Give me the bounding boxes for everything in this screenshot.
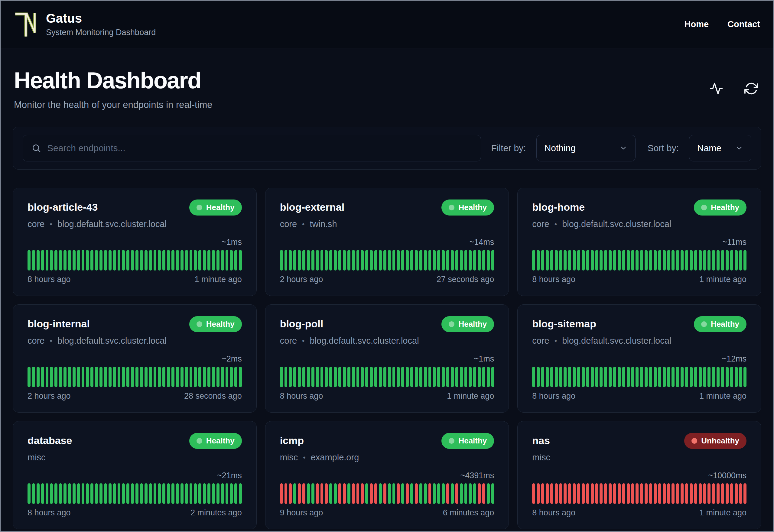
status-bar[interactable] [82,483,85,504]
status-bar[interactable] [685,367,688,387]
status-bar[interactable] [356,250,359,271]
status-bar[interactable] [712,483,715,504]
status-bar[interactable] [550,250,553,271]
status-bar[interactable] [207,483,210,504]
status-bar[interactable] [162,483,165,504]
status-bar[interactable] [663,483,666,504]
search-input[interactable] [47,143,472,153]
endpoint-card[interactable]: blog-homeHealthycore•blog.default.svc.cl… [517,188,761,296]
status-bar[interactable] [464,250,467,271]
status-bar[interactable] [293,367,296,387]
status-bar[interactable] [586,483,589,504]
status-bar[interactable] [388,367,391,387]
status-bar[interactable] [717,367,720,387]
status-bar[interactable] [113,483,116,504]
status-bar[interactable] [636,250,639,271]
status-bar[interactable] [361,250,364,271]
status-bar[interactable] [95,483,98,504]
status-bar[interactable] [316,367,319,387]
status-bar[interactable] [63,367,67,387]
status-bar[interactable] [604,367,607,387]
status-bar[interactable] [433,367,436,387]
activity-icon[interactable] [709,82,723,96]
status-bar[interactable] [280,250,283,271]
status-bar[interactable] [289,483,292,504]
status-bar[interactable] [451,483,454,504]
status-bar[interactable] [392,367,395,387]
status-bar[interactable] [676,367,679,387]
status-bar[interactable] [654,367,657,387]
status-bar[interactable] [464,483,467,504]
status-bar[interactable] [73,367,76,387]
status-bar[interactable] [28,250,31,271]
status-bar[interactable] [311,483,314,504]
status-bar[interactable] [90,250,93,271]
status-bar[interactable] [325,367,328,387]
status-bar[interactable] [140,483,143,504]
status-bar[interactable] [546,483,549,504]
status-bar[interactable] [433,250,436,271]
status-bar[interactable] [154,250,157,271]
status-bar[interactable] [703,483,706,504]
status-bar[interactable] [180,483,184,504]
status-bar[interactable] [577,483,580,504]
status-bar[interactable] [167,367,170,387]
status-bar[interactable] [77,250,80,271]
status-bar[interactable] [446,483,449,504]
status-bar[interactable] [46,250,49,271]
status-bar[interactable] [149,367,152,387]
status-bar[interactable] [739,250,742,271]
refresh-icon[interactable] [744,82,758,96]
status-bar[interactable] [145,250,148,271]
status-bar[interactable] [95,250,98,271]
status-bar[interactable] [302,483,305,504]
status-bar[interactable] [343,483,346,504]
endpoint-card[interactable]: blog-article-43Healthycore•blog.default.… [13,188,257,296]
status-bar[interactable] [649,483,652,504]
status-bar[interactable] [541,367,544,387]
status-bar[interactable] [681,483,684,504]
status-bar[interactable] [77,367,80,387]
status-bar[interactable] [739,367,742,387]
status-bar[interactable] [338,250,341,271]
status-bar[interactable] [451,250,454,271]
status-bar[interactable] [401,483,404,504]
status-bar[interactable] [46,483,49,504]
status-bar[interactable] [672,367,675,387]
status-bar[interactable] [285,483,288,504]
status-bar[interactable] [298,367,301,387]
status-bar[interactable] [415,367,418,387]
status-bar[interactable] [383,483,386,504]
endpoint-card[interactable]: blog-pollHealthycore•blog.default.svc.cl… [265,304,509,413]
status-bar[interactable] [329,483,332,504]
status-bar[interactable] [419,483,422,504]
status-bar[interactable] [307,483,310,504]
status-bar[interactable] [419,250,422,271]
status-bar[interactable] [424,367,427,387]
status-bar[interactable] [640,483,643,504]
status-bar[interactable] [487,250,490,271]
status-bar[interactable] [631,483,634,504]
status-bar[interactable] [68,483,71,504]
status-bar[interactable] [735,250,738,271]
status-bar[interactable] [190,367,193,387]
status-bar[interactable] [604,250,607,271]
status-bar[interactable] [171,367,174,387]
status-bar[interactable] [311,367,314,387]
status-bar[interactable] [428,367,431,387]
status-bar[interactable] [216,250,220,271]
status-bar[interactable] [482,483,485,504]
status-bar[interactable] [573,367,576,387]
status-bar[interactable] [185,250,188,271]
status-bar[interactable] [469,367,472,387]
status-bar[interactable] [600,250,603,271]
status-bar[interactable] [446,367,449,387]
status-bar[interactable] [374,250,377,271]
status-bar[interactable] [239,250,242,271]
status-bar[interactable] [329,250,332,271]
status-bar[interactable] [707,250,711,271]
status-bar[interactable] [473,250,476,271]
status-bar[interactable] [361,483,364,504]
status-bar[interactable] [167,483,170,504]
status-bar[interactable] [82,367,85,387]
